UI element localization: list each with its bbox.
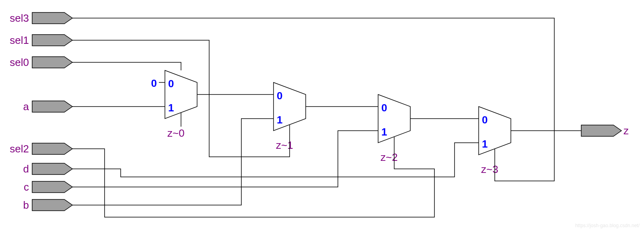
wire-sel0-to-z0-sel-final — [72, 62, 181, 70]
mux-z0-in0-label: 0 — [168, 78, 174, 90]
mux-z3-in0-label: 0 — [482, 114, 488, 126]
input-pin-b: b — [23, 199, 72, 211]
input-pin-d: d — [23, 163, 72, 175]
wire-c-to-z2-in1 — [72, 131, 372, 187]
label-sel2: sel2 — [10, 143, 29, 155]
label-sel3: sel3 — [10, 12, 29, 24]
watermark: https://josh-gao.blog.csdn.net/ — [575, 223, 640, 228]
label-a: a — [23, 101, 29, 113]
input-pin-sel3: sel3 — [10, 12, 72, 24]
input-pin-sel1: sel1 — [10, 34, 72, 46]
label-sel1: sel1 — [10, 34, 29, 46]
input-pin-sel2: sel2 — [10, 143, 72, 155]
label-c: c — [24, 181, 29, 193]
mux-z0-name: z~0 — [167, 127, 185, 139]
mux-z3-name: z~3 — [481, 163, 498, 175]
wire-sel3-to-z3-sel — [72, 18, 554, 181]
mux-z2: 0 1 z~2 — [372, 94, 410, 163]
mux-z0-in1-label: 1 — [168, 102, 174, 114]
label-d: d — [23, 163, 29, 175]
label-b: b — [23, 199, 29, 211]
input-pin-a: a — [23, 101, 72, 113]
label-sel0: sel0 — [10, 56, 29, 68]
mux-z3-in1-label: 1 — [482, 138, 488, 150]
mux-z3: 0 1 z~3 — [473, 107, 511, 175]
mux-z0: 0 1 z~0 0 — [151, 70, 197, 139]
mux-z1-in1-label: 1 — [277, 114, 282, 126]
wire-d-to-z3-in1 — [72, 143, 473, 177]
mux-z2-in0-label: 0 — [381, 102, 387, 114]
mux-z1-in0-label: 0 — [277, 90, 282, 102]
output-pin-z: z — [581, 125, 629, 137]
input-pin-sel0: sel0 — [10, 56, 72, 68]
mux-z2-name: z~2 — [381, 151, 398, 163]
mux-z1: 0 1 z~1 — [267, 82, 306, 151]
label-z: z — [623, 125, 629, 137]
mux-z0-const0: 0 — [151, 77, 157, 89]
input-pin-c: c — [24, 181, 72, 193]
wire-sel2-to-z2-sel — [72, 149, 434, 217]
mux-z2-in1-label: 1 — [381, 126, 387, 138]
schematic-diagram: sel3 sel1 sel0 a sel2 d c b 0 1 z~0 — [0, 0, 644, 230]
mux-z1-name: z~1 — [276, 139, 293, 151]
